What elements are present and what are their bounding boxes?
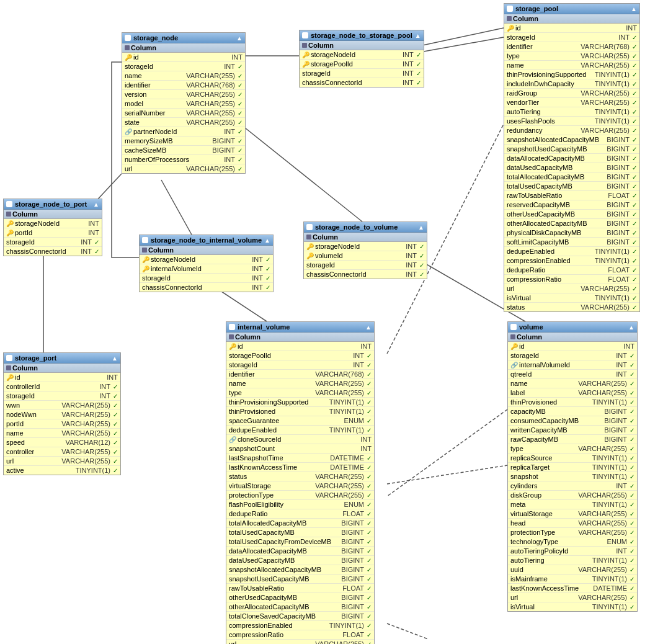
table-row: urlVARCHAR(255)✓ [122, 164, 245, 173]
table-row: 🔑idINT [226, 342, 374, 351]
table-row: isMainframeTINYINT(1)✓ [508, 575, 637, 584]
table-row: raidGroupVARCHAR(255)✓ [504, 89, 639, 98]
table-row: usesFlashPoolsTINYINT(1)✓ [504, 117, 639, 126]
table-row: typeVARCHAR(255)✓ [504, 51, 639, 61]
table-row: physicalDiskCapacityMBBIGINT✓ [504, 228, 639, 238]
svg-line-1 [417, 37, 504, 53]
table-header-sntiv: storage_node_to_internal_volume ▲ [140, 235, 273, 246]
table-row: controllerVARCHAR(255)✓ [4, 447, 120, 457]
table-row: lastSnapshotTimeDATETIME✓ [226, 454, 374, 463]
table-row: otherAllocatedCapacityMBBIGINT✓ [226, 602, 374, 612]
table-row: otherUsedCapacityMBBIGINT✓ [226, 593, 374, 602]
table-row: protectionTypeVARCHAR(255)✓ [226, 491, 374, 500]
table-row: qtreeIdINT✓ [508, 370, 637, 379]
table-row: otherUsedCapacityMBBIGINT✓ [504, 210, 639, 219]
table-row: serialNumberVARCHAR(255)✓ [122, 109, 245, 118]
table-row: controllerIdINT✓ [4, 382, 120, 391]
table-header-storage-pool: storage_pool ▲ [504, 4, 639, 14]
table-row: snapshotUsedCapacityMBBIGINT✓ [226, 575, 374, 584]
table-row: storageIdINT✓ [140, 274, 273, 283]
table-row: 🔑idINT [504, 24, 639, 33]
table-row: activeTINYINT(1)✓ [4, 466, 120, 475]
table-internal-volume: internal_volume ▲ Column 🔑idINT storageP… [226, 321, 375, 644]
table-row: dedupeRatioFLOAT✓ [226, 509, 374, 519]
table-storage-node-to-storage-pool: storage_node_to_storage_pool ▲ Column 🔑s… [299, 30, 424, 87]
table-row: labelVARCHAR(255)✓ [508, 388, 637, 398]
table-row: thinProvisioningSupportedTINYINT(1)✓ [504, 70, 639, 79]
col-header-storage-node: Column [122, 43, 245, 53]
table-header-volume: volume ▲ [508, 322, 637, 333]
table-header-storage-node: storage_node ▲ [122, 33, 245, 43]
col-header-sntp: Column [4, 210, 102, 219]
table-row: storageIdINT✓ [4, 391, 120, 401]
table-row: modelVARCHAR(255)✓ [122, 99, 245, 109]
svg-line-9 [387, 624, 428, 639]
table-row: snapshotUsedCapacityMBBIGINT✓ [504, 145, 639, 154]
col-header-storage-port: Column [4, 364, 120, 373]
table-row: softLimitCapacityMBBIGINT✓ [504, 238, 639, 247]
table-row: 🔗cloneSourceIdINT [226, 435, 374, 444]
table-row: nameVARCHAR(255)✓ [4, 429, 120, 438]
table-row: dataAllocatedCapacityMBBIGINT✓ [504, 154, 639, 163]
table-row: typeVARCHAR(255)✓ [226, 388, 374, 398]
table-row: totalAllocatedCapacityMBBIGINT✓ [504, 172, 639, 182]
table-row: urlVARCHAR(255)✓ [508, 593, 637, 602]
col-header-storage-pool: Column [504, 14, 639, 24]
table-row: urlVARCHAR(255)✓ [504, 284, 639, 293]
table-row: storageIdINT✓ [304, 261, 427, 270]
table-row: snapshotAllocatedCapacityMBBIGINT✓ [504, 135, 639, 145]
table-row: chassisConnectorIdINT✓ [300, 78, 424, 87]
svg-line-10 [417, 28, 504, 47]
table-row: virtualStorageVARCHAR(255)✓ [226, 481, 374, 491]
table-row: speedVARCHAR(12)✓ [4, 438, 120, 447]
table-header-sntv: storage_node_to_volume ▲ [304, 222, 427, 233]
table-row: rawToUsableRatioFLOAT✓ [504, 191, 639, 200]
table-row: otherAllocatedCapacityMBBIGINT✓ [504, 219, 639, 228]
table-row: includeInDwhCapacityTINYINT(1)✓ [504, 79, 639, 89]
table-row: totalCloneSavedCapacityMBBIGINT✓ [226, 612, 374, 621]
table-row: snapshotAllocatedCapacityMBBIGINT✓ [226, 565, 374, 575]
table-row: nameVARCHAR(255)✓ [226, 379, 374, 388]
table-row: storageIdINT✓ [504, 33, 639, 42]
table-storage-node: storage_node ▲ Column 🔑idINT storageIdIN… [122, 32, 246, 174]
table-row: storageIdINT✓ [122, 62, 245, 71]
col-header-sntv: Column [304, 233, 427, 242]
table-row: 🔑idINT [508, 342, 637, 351]
table-row: storagePoolIdINT✓ [226, 351, 374, 360]
table-row: storageIdINT✓ [508, 351, 637, 360]
table-row: compressionRatioFLOAT✓ [504, 275, 639, 284]
table-volume: volume ▲ Column 🔑idINT storageIdINT✓ 🔗in… [507, 321, 638, 612]
table-row: thinProvisionedTINYINT(1)✓ [226, 407, 374, 416]
table-row: identifierVARCHAR(768)✓ [226, 370, 374, 379]
col-header-iv: Column [226, 333, 374, 342]
table-row: 🔑internalVolumeIdINT✓ [140, 264, 273, 274]
diagram-canvas: storage_pool ▲ Column 🔑idINT storageIdIN… [0, 0, 650, 644]
table-storage-port: storage_port ▲ Column 🔑idINT controllerI… [3, 352, 121, 475]
table-row: chassisConnectorIdINT✓ [304, 270, 427, 279]
col-header-volume: Column [508, 333, 637, 342]
table-row: memorySizeMBBIGINT✓ [122, 136, 245, 146]
table-storage-node-to-internal-volume: storage_node_to_internal_volume ▲ Column… [139, 235, 274, 292]
table-row: flashPoolEligibilityENUM✓ [226, 500, 374, 509]
table-header-sntsp: storage_node_to_storage_pool ▲ [300, 30, 424, 41]
table-row: vendorTierVARCHAR(255)✓ [504, 98, 639, 107]
table-row: identifierVARCHAR(768)✓ [504, 42, 639, 51]
table-row: 🔑storageNodeIdINT✓ [300, 50, 424, 60]
svg-line-8 [387, 465, 507, 484]
col-header-sntsp: Column [300, 41, 424, 50]
table-header-storage-port: storage_port ▲ [4, 353, 120, 364]
table-row: compressionRatioFLOAT✓ [226, 630, 374, 640]
table-row: redundancyVARCHAR(255)✓ [504, 126, 639, 135]
table-row: writtenCapacityMBBIGINT✓ [508, 426, 637, 435]
table-row: 🔑storageNodeIdINT✓ [140, 255, 273, 264]
table-row: 🔑volumeIdINT✓ [304, 251, 427, 261]
table-row: autoTieringPolicyIdINT✓ [508, 547, 637, 556]
table-row: snapshotCountINT [226, 444, 374, 454]
table-row: capacityMBBIGINT✓ [508, 407, 637, 416]
table-row: typeVARCHAR(255)✓ [508, 444, 637, 454]
table-row: 🔑storageNodeIdINT✓ [304, 242, 427, 251]
table-row: storageIdINT✓ [300, 69, 424, 78]
table-row: virtualStorageVARCHAR(255)✓ [508, 509, 637, 519]
table-row: rawCapacityMBBIGINT✓ [508, 435, 637, 444]
table-row: rawToUsableRatioFLOAT✓ [226, 584, 374, 593]
